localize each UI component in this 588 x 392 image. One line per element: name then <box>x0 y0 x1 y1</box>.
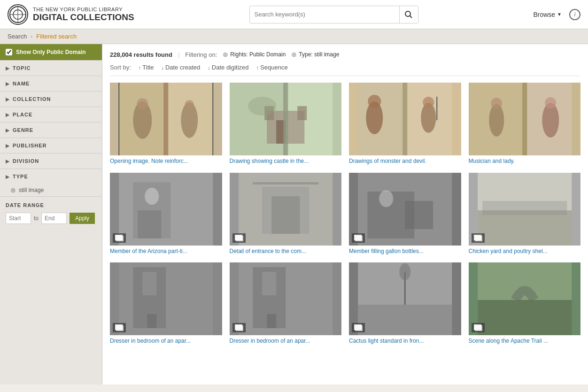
sort-label: Sort by: <box>110 64 131 71</box>
browse-button[interactable]: Browse ▼ <box>533 11 562 18</box>
image-caption[interactable]: Detail of entrance to the com... <box>230 248 342 255</box>
search-box <box>249 6 418 23</box>
apply-button[interactable]: Apply <box>70 213 95 224</box>
sort-date-digitized-arrow: ↓ <box>208 65 210 70</box>
image-caption[interactable]: Member of the Arizona part-ti... <box>110 248 222 255</box>
type-sub-label: still image <box>19 187 44 193</box>
image-collection-badge <box>232 323 246 332</box>
name-arrow-icon: ▶ <box>6 81 10 86</box>
sidebar-item-type[interactable]: ▶ TYPE <box>0 169 102 184</box>
image-collection-badge <box>472 323 485 332</box>
breadcrumb: Search › Filtered search <box>0 29 588 44</box>
image-caption[interactable]: Drawing showing castle in the... <box>230 158 342 165</box>
sort-date-digitized[interactable]: ↓ Date digitized <box>208 64 248 71</box>
list-item[interactable]: Scene along the Apache Trail ... <box>469 262 581 345</box>
filter-type-remove-icon[interactable]: ⊗ <box>291 51 297 58</box>
type-sub-item-still-image[interactable]: ⊗ still image <box>0 184 102 196</box>
svg-point-10 <box>137 98 148 109</box>
filter-type-label: Type: still image <box>299 51 339 58</box>
sort-date-created-label: Date created <box>165 64 200 71</box>
sort-date-created[interactable]: ↓ Date created <box>161 64 200 71</box>
filter-rights-remove-icon[interactable]: ⊗ <box>223 51 228 58</box>
sidebar-item-genre[interactable]: ▶ GENRE <box>0 123 102 138</box>
sidebar-item-division[interactable]: ▶ DIVISION <box>0 154 102 169</box>
sort-sequence-label: Sequence <box>260 64 288 71</box>
image-thumb <box>349 173 461 246</box>
svg-rect-80 <box>267 314 276 328</box>
info-icon: i <box>574 11 576 18</box>
svg-rect-45 <box>138 210 161 238</box>
public-domain-toggle[interactable]: Show Only Public Domain <box>0 44 102 60</box>
collection-arrow-icon: ▶ <box>6 97 10 102</box>
image-caption[interactable]: Chicken yard and poultry shel... <box>469 248 581 255</box>
date-start-input[interactable] <box>6 213 31 224</box>
sidebar-item-topic[interactable]: ▶ TOPIC <box>0 61 102 76</box>
place-label: PLACE <box>13 112 32 117</box>
svg-rect-85 <box>358 305 452 335</box>
results-divider: | <box>178 51 179 58</box>
genre-label: GENRE <box>13 127 33 133</box>
filter-rights-tag: ⊗ Rights: Public Domain <box>223 51 286 58</box>
filtering-label: Filtering on: <box>185 51 217 58</box>
logo-bottom-text: DIGITAL COLLECTIONS <box>33 12 134 23</box>
list-item[interactable]: Member filling gallon bottles... <box>349 173 461 255</box>
svg-point-29 <box>368 95 381 108</box>
division-arrow-icon: ▶ <box>6 159 10 164</box>
type-remove-icon[interactable]: ⊗ <box>10 186 16 194</box>
image-thumb <box>110 173 222 246</box>
image-caption[interactable]: Musician and lady. <box>469 158 581 165</box>
sidebar-section-collection: ▶ COLLECTION <box>0 91 102 107</box>
svg-rect-59 <box>405 201 433 229</box>
division-label: DIVISION <box>13 158 39 164</box>
svg-point-40 <box>545 97 556 108</box>
image-thumb <box>469 262 581 335</box>
list-item[interactable]: Cactus light standard in fron... <box>349 262 461 345</box>
header: THE NEW YORK PUBLIC LIBRARY DIGITAL COLL… <box>0 0 588 29</box>
image-thumb <box>110 83 222 155</box>
collection-label: COLLECTION <box>13 96 51 102</box>
image-caption[interactable]: Opening image. Note reinforc... <box>110 158 222 165</box>
image-collection-badge <box>352 323 365 332</box>
image-caption[interactable]: Member filling gallon bottles... <box>349 248 461 255</box>
content-area: 228,004 results found | Filtering on: ⊗ … <box>102 44 588 384</box>
sidebar-item-place[interactable]: ▶ PLACE <box>0 107 102 122</box>
date-end-input[interactable] <box>41 213 67 224</box>
image-caption[interactable]: Drawings of monster and devil. <box>349 158 461 165</box>
collection-icon <box>235 324 243 331</box>
image-caption[interactable]: Dresser in bedroom of an apar... <box>230 338 342 345</box>
image-collection-badge <box>113 323 126 332</box>
collection-icon <box>115 235 124 241</box>
image-caption[interactable]: Dresser in bedroom of an apar... <box>110 338 222 345</box>
list-item[interactable]: Dresser in bedroom of an apar... <box>110 262 222 345</box>
sort-sequence[interactable]: ↑ Sequence <box>256 64 288 71</box>
list-item[interactable]: Musician and lady. <box>469 83 581 165</box>
svg-point-4 <box>405 11 410 16</box>
list-item[interactable]: Chicken yard and poultry shel... <box>469 173 581 255</box>
list-item[interactable]: Dresser in bedroom of an apar... <box>230 262 342 345</box>
svg-point-44 <box>145 188 159 205</box>
svg-rect-64 <box>478 210 572 246</box>
sidebar-item-publisher[interactable]: ▶ PUBLISHER <box>0 138 102 153</box>
list-item[interactable]: Drawings of monster and devil. <box>349 83 461 165</box>
logo-text: THE NEW YORK PUBLIC LIBRARY DIGITAL COLL… <box>33 7 134 23</box>
type-arrow-icon: ▶ <box>6 174 10 179</box>
info-button[interactable]: i <box>569 9 580 20</box>
image-caption[interactable]: Scene along the Apache Trail ... <box>469 338 581 345</box>
search-input[interactable] <box>250 6 399 23</box>
svg-rect-52 <box>253 182 318 184</box>
sidebar-item-name[interactable]: ▶ NAME <box>0 76 102 91</box>
topic-arrow-icon: ▶ <box>6 66 10 71</box>
list-item[interactable]: Detail of entrance to the com... <box>230 173 342 255</box>
breadcrumb-search-link[interactable]: Search <box>8 33 27 40</box>
results-bar: 228,004 results found | Filtering on: ⊗ … <box>110 51 580 58</box>
list-item[interactable]: Opening image. Note reinforc... <box>110 83 222 165</box>
list-item[interactable]: Member of the Arizona part-ti... <box>110 173 222 255</box>
search-button[interactable] <box>399 6 418 23</box>
sort-title[interactable]: ↑ Title <box>139 64 154 71</box>
public-domain-checkbox[interactable] <box>6 49 12 55</box>
sidebar-item-collection[interactable]: ▶ COLLECTION <box>0 92 102 107</box>
date-range-inputs: to Apply <box>6 213 96 224</box>
sidebar-section-publisher: ▶ PUBLISHER <box>0 138 102 153</box>
image-caption[interactable]: Cactus light standard in fron... <box>349 338 461 345</box>
list-item[interactable]: Drawing showing castle in the... <box>230 83 342 165</box>
